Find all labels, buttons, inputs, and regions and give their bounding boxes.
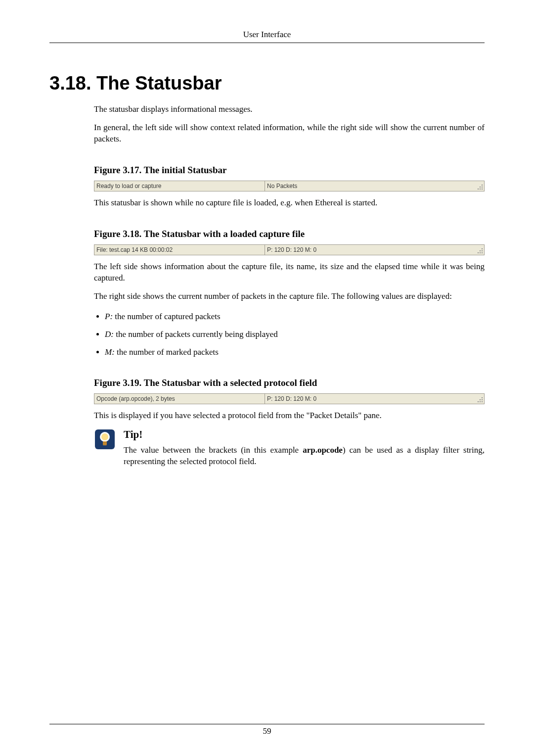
- tip-text: The value between the brackets (in this …: [124, 445, 485, 468]
- page-container: User Interface 3.18. The Statusbar The s…: [0, 0, 534, 756]
- svg-rect-3: [482, 189, 483, 189]
- figure-3-18-caption: Figure 3.18. The Statusbar with a loaded…: [94, 229, 485, 239]
- intro-paragraph-1: The statusbar displays informational mes…: [94, 104, 485, 115]
- resize-grip-icon: [477, 184, 484, 190]
- tip-title: Tip!: [124, 428, 485, 441]
- intro-paragraph-2: In general, the left side will show cont…: [94, 122, 485, 145]
- statusbar-loaded: File: test.cap 14 KB 00:00:02 P: 120 D: …: [94, 244, 485, 255]
- svg-rect-21: [103, 441, 107, 445]
- statusbar-right-panel: P: 120 D: 120 M: 0: [265, 393, 485, 404]
- lightbulb-icon: [94, 428, 116, 450]
- figure-3-18-desc-2: The right side shows the current number …: [94, 291, 485, 302]
- label-m: M:: [105, 347, 115, 357]
- page-header: User Interface: [49, 30, 485, 43]
- tip-text-before: The value between the brackets (in this …: [124, 445, 303, 455]
- statusbar-right-panel: P: 120 D: 120 M: 0: [265, 244, 485, 255]
- tip-block: Tip! The value between the brackets (in …: [94, 428, 485, 468]
- svg-rect-15: [482, 401, 483, 402]
- packet-count-list: P: the number of captured packets D: the…: [94, 311, 485, 358]
- statusbar-right-panel: No Packets: [265, 181, 485, 191]
- svg-rect-11: [478, 252, 479, 253]
- svg-rect-23: [103, 444, 107, 445]
- svg-rect-22: [103, 442, 107, 443]
- label-p: P:: [105, 312, 113, 321]
- statusbar-right-text: P: 120 D: 120 M: 0: [267, 395, 316, 402]
- list-item-p: P: the number of captured packets: [105, 311, 485, 322]
- figure-3-17-caption: Figure 3.17. The initial Statusbar: [94, 165, 485, 176]
- list-item-d: D: the number of packets currently being…: [105, 329, 485, 340]
- body-content: The statusbar displays informational mes…: [94, 104, 485, 468]
- text-p: the number of captured packets: [113, 312, 221, 321]
- svg-rect-13: [482, 399, 483, 400]
- header-rule: [49, 43, 485, 43]
- svg-rect-5: [478, 189, 479, 189]
- figure-3-17-desc: This statusbar is shown while no capture…: [94, 197, 485, 209]
- statusbar-left-text: Opcode (arp.opcode), 2 bytes: [96, 395, 175, 402]
- header-text: User Interface: [243, 30, 291, 39]
- svg-rect-12: [482, 397, 483, 398]
- statusbar-right-text: P: 120 D: 120 M: 0: [267, 246, 316, 253]
- resize-grip-icon: [477, 247, 484, 254]
- statusbar-selected-field: Opcode (arp.opcode), 2 bytes P: 120 D: 1…: [94, 393, 485, 404]
- svg-rect-7: [482, 250, 483, 251]
- list-item-m: M: the number of marked packets: [105, 347, 485, 358]
- svg-rect-14: [480, 399, 481, 400]
- statusbar-right-text: No Packets: [267, 183, 297, 189]
- resize-grip-icon: [477, 396, 484, 403]
- statusbar-left-panel: Ready to load or capture: [94, 181, 265, 191]
- label-d: D:: [105, 330, 114, 339]
- statusbar-left-text: File: test.cap 14 KB 00:00:02: [96, 246, 173, 253]
- svg-rect-1: [482, 187, 483, 188]
- statusbar-initial: Ready to load or capture No Packets: [94, 181, 485, 191]
- figure-3-19-desc: This is displayed if you have selected a…: [94, 410, 485, 422]
- tip-bold: arp.opcode: [303, 445, 343, 455]
- statusbar-left-panel: Opcode (arp.opcode), 2 bytes: [94, 393, 265, 404]
- statusbar-left-panel: File: test.cap 14 KB 00:00:02: [94, 244, 265, 255]
- figure-3-19-caption: Figure 3.19. The Statusbar with a select…: [94, 378, 485, 388]
- svg-rect-16: [480, 401, 481, 402]
- svg-rect-6: [482, 248, 483, 249]
- svg-rect-0: [482, 185, 483, 186]
- page-number: 59: [49, 726, 485, 736]
- text-d: the number of packets currently being di…: [114, 330, 278, 339]
- svg-point-20: [101, 433, 108, 440]
- svg-rect-10: [480, 252, 481, 253]
- footer-rule: [49, 724, 485, 724]
- text-m: the number of marked packets: [115, 347, 219, 357]
- figure-3-18-desc-1: The left side shows information about th…: [94, 261, 485, 284]
- page-footer: 59: [49, 724, 485, 736]
- svg-rect-2: [480, 187, 481, 188]
- statusbar-left-text: Ready to load or capture: [96, 183, 161, 189]
- svg-rect-4: [480, 189, 481, 189]
- svg-rect-9: [482, 252, 483, 253]
- tip-content: Tip! The value between the brackets (in …: [124, 428, 485, 468]
- section-heading: 3.18. The Statusbar: [49, 73, 485, 94]
- svg-rect-17: [478, 401, 479, 402]
- svg-rect-8: [480, 250, 481, 251]
